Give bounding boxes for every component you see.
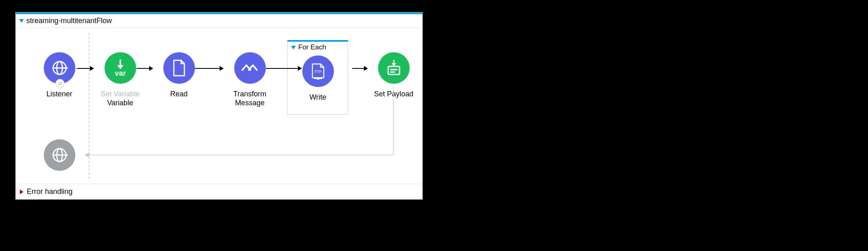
flow-panel: streaming-multitenantFlow ⇄ Listener	[15, 12, 423, 200]
collapse-icon[interactable]	[19, 19, 24, 23]
expand-icon[interactable]	[20, 189, 24, 194]
error-handling-section[interactable]: Error handling	[16, 184, 422, 199]
svg-marker-19	[85, 153, 89, 157]
stage: streaming-multitenantFlow ⇄ Listener	[0, 0, 868, 251]
flow-body: ⇄ Listener var Set Variable Variable	[16, 28, 422, 184]
flow-header[interactable]: streaming-multitenantFlow	[16, 13, 422, 28]
flow-title: streaming-multitenantFlow	[26, 17, 112, 25]
return-connector	[16, 28, 421, 182]
error-handling-label: Error handling	[27, 187, 73, 196]
